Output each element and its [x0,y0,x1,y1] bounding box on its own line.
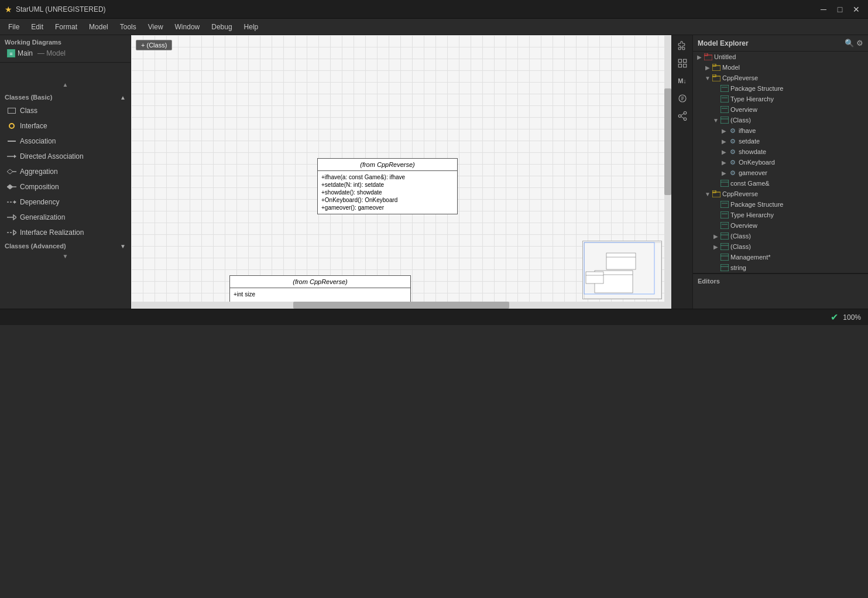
editors-panel: Editors [693,274,868,309]
pkg-structure-2-label: Package Structure [730,201,868,208]
expand-class-1[interactable]: ▼ [712,117,720,124]
diagram-item-main[interactable]: ≡ Main — Model [5,48,126,59]
hscroll-thumb[interactable] [293,302,509,309]
expand-untitled[interactable]: ▶ [695,54,704,60]
expand-showdate[interactable]: ▶ [720,149,728,155]
toolbox-classes-basic-header[interactable]: Classes (Basic) ▲ [0,91,131,103]
svg-rect-23 [683,64,686,67]
left-panel: Working Diagrams ≡ Main — Model ▲ Classe… [0,35,131,309]
tree-node-const-game[interactable]: const Game& [693,178,868,189]
tree-node-type-hierarchy-1[interactable]: Type Hierarchy [693,94,868,104]
tree-node-showdate[interactable]: ▶ ⚙ showdate [693,146,868,157]
tree-node-ifhave[interactable]: ▶ ⚙ ifhave [693,125,868,136]
context-class-button[interactable]: + (Class) [136,40,172,50]
aggregation-icon [7,167,16,176]
close-button[interactable]: ✕ [849,2,863,16]
tree-node-untitled[interactable]: ▶ Untitled [693,52,868,62]
tree-node-overview-2[interactable]: Overview [693,220,868,231]
tree-node-model[interactable]: ▶ Model [693,62,868,73]
setdate-icon: ⚙ [728,137,737,145]
expand-cppreverse-2[interactable]: ▼ [704,191,712,197]
tree-node-type-hierarchy-2[interactable]: Type Hierarchy [693,210,868,220]
expand-class-3[interactable]: ▶ [712,244,720,250]
scroll-up-icon[interactable]: ▲ [63,81,68,88]
share-icon [677,111,688,121]
expand-model[interactable]: ▶ [704,64,712,71]
svg-rect-13 [606,253,636,269]
svg-rect-33 [712,64,716,66]
class-tool[interactable]: Class [0,103,131,118]
canvas-vscroll[interactable] [664,35,671,302]
share-button[interactable] [674,108,691,124]
toolbox-classes-advanced-header[interactable]: Classes (Advanced) ▼ [0,240,131,252]
generalization-tool[interactable]: Generalization [0,210,131,225]
interface-tool[interactable]: Interface [0,118,131,134]
tree-node-class-2[interactable]: ▶ (Class) [693,231,868,241]
tree-node-cppreverse-1[interactable]: ▼ CppReverse [693,73,868,83]
menu-format[interactable]: Format [49,20,83,33]
class-3-icon [720,242,729,251]
association-tool[interactable]: Association [0,134,131,149]
editors-title: Editors [698,278,863,285]
menu-file[interactable]: File [2,20,25,33]
vscroll-thumb[interactable] [664,88,671,195]
tree-node-cppreverse-2[interactable]: ▼ CppReverse [693,189,868,199]
search-icon[interactable]: 🔍 [845,39,854,47]
menu-window[interactable]: Window [169,20,206,33]
tree-node-gameover[interactable]: ▶ ⚙ gameover [693,168,868,178]
tree-node-class-3[interactable]: ▶ (Class) [693,241,868,252]
class-1-label: (Class) [730,117,868,124]
canvas-hscroll[interactable] [131,302,671,309]
overview-2-icon [720,221,729,230]
expand-setdate[interactable]: ▶ [720,138,728,145]
grid-button[interactable] [674,55,691,71]
menu-edit[interactable]: Edit [25,20,49,33]
toolbox-scroll-down[interactable]: ▼ [0,252,131,261]
menu-tools[interactable]: Tools [114,20,142,33]
expand-class-2[interactable]: ▶ [712,233,720,240]
scroll-down-icon[interactable]: ▼ [63,253,68,259]
tree-node-pkg-structure-2[interactable]: Package Structure [693,199,868,210]
markdown-button[interactable]: M↓ [674,73,691,89]
uml-button[interactable] [674,90,691,107]
minimap[interactable] [582,241,662,299]
expand-cppreverse-1[interactable]: ▼ [704,75,712,81]
diagram3-icon-svg [721,201,729,208]
class-icon-string [721,264,729,271]
svg-rect-58 [721,254,729,261]
aggregation-tool[interactable]: Aggregation [0,164,131,179]
uml-box-1[interactable]: (from CppReverse) +ifhave(a: const Game&… [317,158,458,214]
composition-tool[interactable]: Composition [0,179,131,194]
maximize-button[interactable]: □ [833,2,847,16]
gear-setdate: ⚙ [730,138,736,145]
tree-node-setdate[interactable]: ▶ ⚙ setdate [693,136,868,146]
menu-view[interactable]: View [142,20,169,33]
expand-ifhave[interactable]: ▶ [720,128,728,134]
onkeyboard-icon: ⚙ [728,158,737,166]
canvas[interactable]: + (Class) (from CppReverse) +ifhave(a: c… [131,35,671,309]
svg-rect-50 [721,211,729,218]
generalization-label: Generalization [20,213,65,221]
menu-help[interactable]: Help [238,20,265,33]
overview-1-icon [720,105,729,114]
toolbox-scroll-up[interactable]: ▲ [0,80,131,89]
interface-realization-tool[interactable]: Interface Realization [0,225,131,240]
tree-node-pkg-structure-1[interactable]: Package Structure [693,83,868,94]
tree-node-string[interactable]: string [693,262,868,273]
settings-icon[interactable]: ⚙ [856,39,863,47]
tree-node-overview-1[interactable]: Overview [693,104,868,115]
tree-node-class-1[interactable]: ▼ (Class) [693,115,868,125]
menu-model[interactable]: Model [83,20,114,33]
puzzle-button[interactable] [674,37,691,54]
tree-node-onkeyboard[interactable]: ▶ ⚙ OnKeyboard [693,157,868,168]
minimize-button[interactable]: ─ [816,2,831,16]
dependency-tool[interactable]: Dependency [0,194,131,210]
expand-onkeyboard[interactable]: ▶ [720,159,728,166]
directed-association-tool[interactable]: Directed Association [0,149,131,164]
class-3-label: (Class) [730,243,868,250]
menu-debug[interactable]: Debug [205,20,238,33]
expand-gameover[interactable]: ▶ [720,170,728,176]
cursor-area [0,63,131,80]
tree-node-management[interactable]: Management* [693,252,868,262]
svg-rect-36 [721,85,729,92]
